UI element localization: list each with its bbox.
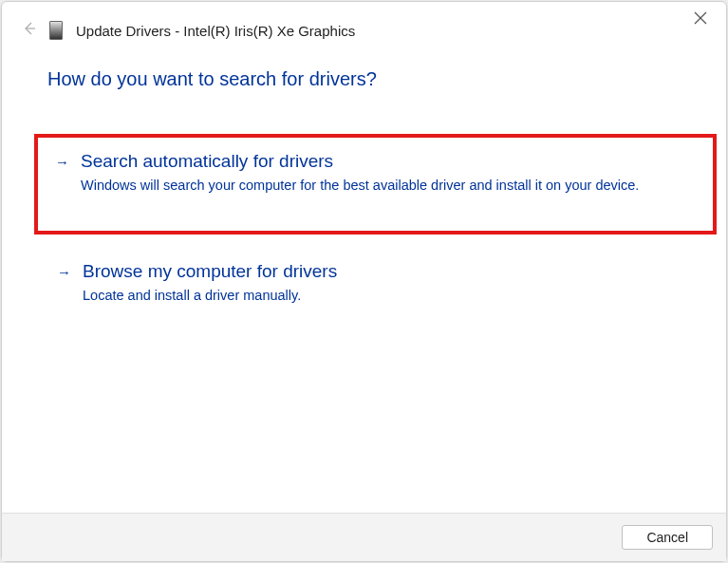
option-title: Browse my computer for drivers <box>83 261 671 282</box>
dialog-footer: Cancel <box>2 513 726 561</box>
update-drivers-dialog: Update Drivers - Intel(R) Iris(R) Xe Gra… <box>1 1 727 562</box>
cancel-button[interactable]: Cancel <box>622 525 713 550</box>
option-description: Locate and install a driver manually. <box>83 286 671 305</box>
arrow-right-icon: → <box>55 154 69 170</box>
option-search-automatically[interactable]: → Search automatically for drivers Windo… <box>34 134 717 235</box>
option-title: Search automatically for drivers <box>81 151 667 172</box>
option-text: Browse my computer for drivers Locate an… <box>83 261 671 305</box>
dialog-header: Update Drivers - Intel(R) Iris(R) Xe Gra… <box>2 2 726 49</box>
close-button[interactable] <box>694 11 713 30</box>
option-description: Windows will search your computer for th… <box>81 176 667 195</box>
close-icon <box>694 11 707 25</box>
arrow-left-icon <box>23 22 36 35</box>
question-heading: How do you want to search for drivers? <box>47 68 681 90</box>
arrow-right-icon: → <box>57 264 71 280</box>
back-button[interactable] <box>23 22 36 39</box>
dialog-content: How do you want to search for drivers? →… <box>2 49 726 513</box>
option-text: Search automatically for drivers Windows… <box>81 151 667 195</box>
option-browse-computer[interactable]: → Browse my computer for drivers Locate … <box>47 248 681 322</box>
device-icon <box>49 21 63 40</box>
dialog-title: Update Drivers - Intel(R) Iris(R) Xe Gra… <box>76 23 355 39</box>
